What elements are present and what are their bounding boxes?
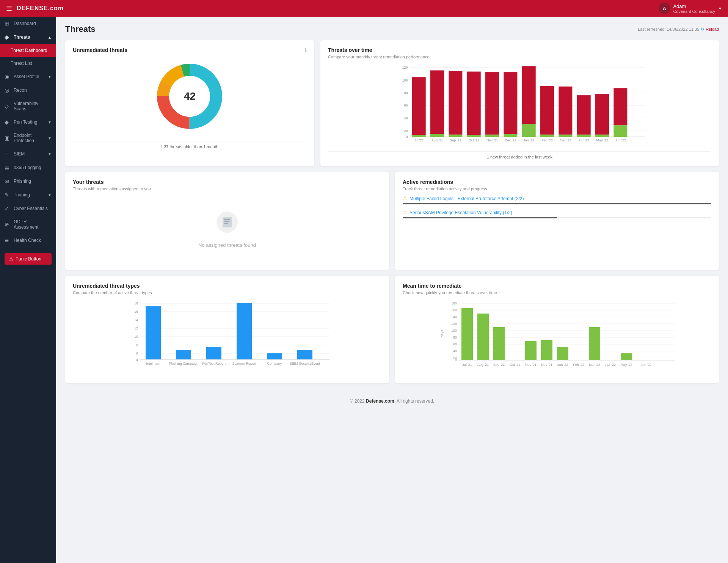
sidebar-item-siem[interactable]: ≡ SIEM ▼: [0, 147, 56, 161]
svg-text:Intel Item: Intel Item: [146, 362, 160, 365]
threat-types-title: Unremediated threat types: [73, 283, 381, 289]
recon-icon: ◎: [5, 87, 11, 93]
svg-text:Mar '22: Mar '22: [589, 363, 600, 367]
sidebar: ⊞ Dashboard ◈ Threats ▲ Threat Dashboard…: [0, 17, 56, 563]
bar-phishing: [176, 350, 191, 359]
svg-text:140: 140: [451, 315, 457, 319]
warning-icon-2: ⚠: [403, 210, 407, 215]
threats-bar-red-0: [412, 77, 426, 135]
svg-text:Jun '22: Jun '22: [641, 363, 652, 367]
sidebar-item-threat-list[interactable]: Threat List: [0, 57, 56, 70]
threats-bar-red-6: [522, 66, 536, 124]
svg-text:Phishing Campaign: Phishing Campaign: [169, 362, 198, 365]
top-nav: ☰ DEFENSE.com A Adam Covenant Consultanc…: [0, 0, 728, 17]
chevron-down-icon: ▼: [48, 75, 52, 79]
sidebar-item-health-check[interactable]: ≣ Health Check: [0, 234, 56, 247]
your-threats-empty: No assigned threats found: [73, 196, 381, 263]
phishing-icon: ✉: [5, 178, 11, 184]
refresh-icon: ↻: [701, 27, 704, 32]
user-dropdown-icon[interactable]: ▼: [718, 6, 722, 11]
mean-bar-sep: [493, 327, 505, 360]
rem-link-2[interactable]: SeriousSAM Privilege Escalation Vulnerab…: [410, 210, 512, 215]
threats-over-time-footer: 1 new threat added in the last week: [328, 151, 711, 159]
threats-bar-red-4: [485, 72, 499, 135]
svg-text:Apr '22: Apr '22: [579, 138, 589, 142]
mean-bar-may: [621, 353, 632, 360]
threats-bar-red-2: [449, 71, 462, 135]
sidebar-item-training[interactable]: ✎ Training ▼: [0, 188, 56, 202]
your-threats-subtitle: Threats with remediations assigned to yo…: [73, 187, 381, 191]
bar-pentest: [206, 347, 221, 359]
svg-text:Apr '22: Apr '22: [605, 363, 616, 367]
threats-bar-green-2: [449, 135, 462, 137]
threats-bar-red-3: [467, 72, 481, 135]
threats-bar-red-10: [595, 94, 609, 135]
sidebar-item-asset-profile[interactable]: ◉ Asset Profile ▼: [0, 70, 56, 83]
threats-bar-green-9: [577, 135, 591, 137]
sidebar-item-o365[interactable]: ▤ o365 Logging: [0, 161, 56, 174]
asset-icon: ◉: [5, 74, 11, 80]
svg-rect-35: [224, 221, 229, 222]
svg-text:Aug '21: Aug '21: [477, 363, 489, 367]
siem-icon: ≡: [5, 151, 11, 157]
rem-link-1[interactable]: Multiple Failed Logins - External Brutef…: [410, 196, 524, 201]
svg-text:4: 4: [136, 358, 138, 362]
svg-text:Sep '21: Sep '21: [450, 138, 461, 142]
unremediated-threats-card: Unremediated threats ℹ: [65, 40, 314, 166]
mean-time-title: Mean time to remediate: [403, 283, 711, 289]
sidebar-label-gdpr: GDPR Assessment: [14, 219, 52, 230]
threat-types-chart: 18 16 14 12 10 8 6 4 Intel Item Phishing…: [73, 300, 381, 375]
svg-text:PenTest Report: PenTest Report: [202, 362, 226, 365]
threats-over-time-subtitle: Compare your monthly threat remediation …: [328, 55, 711, 59]
threats-bar-red-9: [577, 95, 591, 135]
sidebar-item-recon[interactable]: ◎ Recon: [0, 83, 56, 97]
rem-progress-bar-1: [403, 203, 711, 204]
svg-text:16: 16: [134, 310, 138, 314]
svg-text:Dec '21: Dec '21: [541, 363, 552, 367]
threat-types-subtitle: Compare the number of active threat type…: [73, 290, 381, 295]
page-header: Threats Last refreshed: 14/06/2022 11:35…: [65, 24, 719, 34]
sidebar-item-dashboard[interactable]: ⊞ Dashboard: [0, 17, 56, 30]
sidebar-item-threat-dashboard[interactable]: Threat Dashboard: [0, 44, 56, 57]
sidebar-label-dashboard: Dashboard: [14, 21, 36, 26]
training-icon: ✎: [5, 192, 11, 198]
endpoint-icon: ▣: [5, 135, 11, 141]
rem-progress-fill-1: [403, 203, 711, 204]
menu-icon[interactable]: ☰: [6, 4, 12, 13]
donut-chart: 42: [152, 58, 228, 134]
sidebar-item-threats[interactable]: ◈ Threats ▲: [0, 30, 56, 44]
page-title: Threats: [65, 24, 95, 34]
threat-types-card: Unremediated threat types Compare the nu…: [65, 276, 389, 383]
sidebar-item-phishing[interactable]: ✉ Phishing: [0, 174, 56, 188]
sidebar-item-pen-testing[interactable]: ◆ Pen Testing ▼: [0, 115, 56, 129]
bar-siem: [297, 350, 312, 359]
threats-bar-green-7: [540, 135, 554, 137]
reload-link[interactable]: Reload: [706, 27, 719, 31]
donut-count: 42: [184, 90, 196, 102]
mean-bar-mar: [589, 327, 600, 360]
threats-bar-green-11: [613, 125, 627, 137]
svg-text:40: 40: [453, 349, 457, 353]
mean-time-subtitle: Check how quickly you remediate threats …: [403, 290, 711, 295]
panic-icon: ⚠: [9, 256, 13, 262]
threats-bar-red-7: [540, 86, 554, 135]
svg-text:18: 18: [134, 301, 138, 305]
sidebar-item-gdpr[interactable]: ⊕ GDPR Assessment: [0, 215, 56, 234]
cyber-icon: ✓: [5, 205, 11, 212]
mean-bar-jan: [557, 347, 568, 360]
sidebar-label-siem: SIEM: [14, 151, 25, 157]
svg-text:Oct '21: Oct '21: [510, 363, 520, 367]
info-icon[interactable]: ℹ: [305, 47, 307, 53]
svg-text:60: 60: [404, 104, 408, 107]
panic-button[interactable]: ⚠ Panic Button: [5, 253, 52, 265]
svg-text:Dec '21: Dec '21: [505, 138, 516, 142]
remediation-item-2: ⚠ SeriousSAM Privilege Escalation Vulner…: [403, 210, 711, 218]
sidebar-item-endpoint[interactable]: ▣ Endpoint Protection ▼: [0, 129, 56, 147]
sidebar-item-cyber-essentials[interactable]: ✓ Cyber Essentials: [0, 202, 56, 215]
empty-doc-icon: [216, 211, 238, 238]
sidebar-item-vuln-scans[interactable]: ◇ Vulnerability Scans: [0, 97, 56, 115]
svg-text:Feb '22: Feb '22: [573, 363, 584, 367]
chevron-up-icon: ▲: [48, 35, 52, 39]
sidebar-label-health-check: Health Check: [14, 238, 41, 243]
mean-time-chart: days 180 160 140 120 100 80 60: [403, 300, 711, 375]
